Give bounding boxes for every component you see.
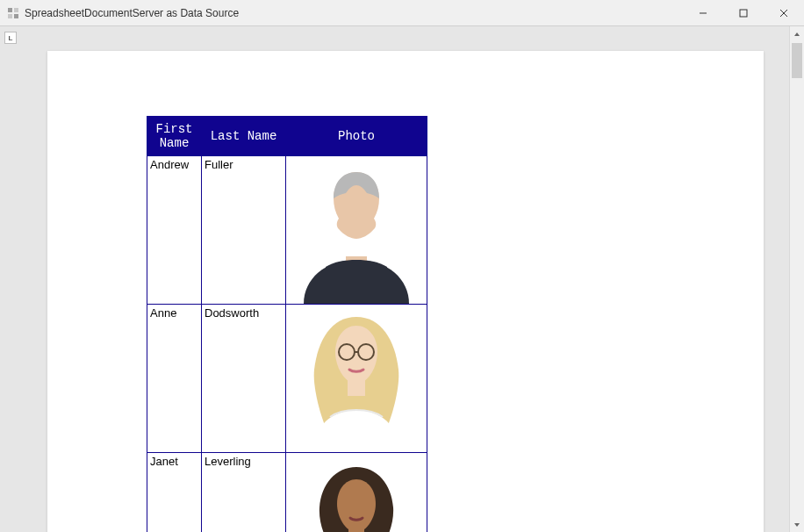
cell-last-name: Leverling xyxy=(202,453,286,533)
svg-marker-17 xyxy=(794,32,800,36)
table-row: Janet Leverling xyxy=(147,453,427,533)
svg-marker-18 xyxy=(794,523,800,527)
header-last-name: Last Name xyxy=(202,117,286,156)
scroll-track[interactable] xyxy=(790,41,804,517)
titlebar: SpreadsheetDocumentServer as Data Source xyxy=(0,0,804,26)
cell-photo xyxy=(286,453,427,533)
photo-icon xyxy=(286,453,427,532)
svg-rect-3 xyxy=(14,14,18,18)
svg-rect-2 xyxy=(8,14,12,18)
svg-rect-0 xyxy=(8,8,12,12)
photo-icon xyxy=(286,156,427,304)
cell-last-name: Fuller xyxy=(202,156,286,305)
vertical-scrollbar[interactable] xyxy=(789,26,804,532)
cell-first-name: Andrew xyxy=(147,156,202,305)
svg-rect-11 xyxy=(348,380,365,396)
report-viewer[interactable]: First Name Last Name Photo Andrew Fuller xyxy=(0,26,789,532)
cell-photo xyxy=(286,305,427,453)
scroll-thumb[interactable] xyxy=(792,43,802,78)
scroll-down-button[interactable] xyxy=(790,517,804,532)
window-title: SpreadsheetDocumentServer as Data Source xyxy=(25,7,683,19)
svg-rect-16 xyxy=(348,528,364,532)
report-table: First Name Last Name Photo Andrew Fuller xyxy=(147,116,427,532)
svg-rect-1 xyxy=(14,8,18,12)
svg-rect-5 xyxy=(740,10,747,17)
minimize-button[interactable] xyxy=(683,0,723,25)
close-button[interactable] xyxy=(764,0,804,25)
photo-icon xyxy=(286,305,427,452)
maximize-button[interactable] xyxy=(723,0,764,25)
table-row: Andrew Fuller xyxy=(147,156,427,305)
header-photo: Photo xyxy=(286,117,427,156)
cell-photo xyxy=(286,156,427,305)
cell-last-name: Dodsworth xyxy=(202,305,286,453)
cell-first-name: Janet xyxy=(147,453,202,533)
cell-first-name: Anne xyxy=(147,305,202,453)
header-first-name: First Name xyxy=(147,117,202,156)
app-icon xyxy=(7,7,19,19)
report-page: First Name Last Name Photo Andrew Fuller xyxy=(47,51,764,532)
client-area: L First Name Last Name Photo Andrew Full… xyxy=(0,26,804,532)
table-row: Anne Dodsworth xyxy=(147,305,427,453)
window-buttons xyxy=(683,0,804,25)
scroll-up-button[interactable] xyxy=(790,26,804,41)
